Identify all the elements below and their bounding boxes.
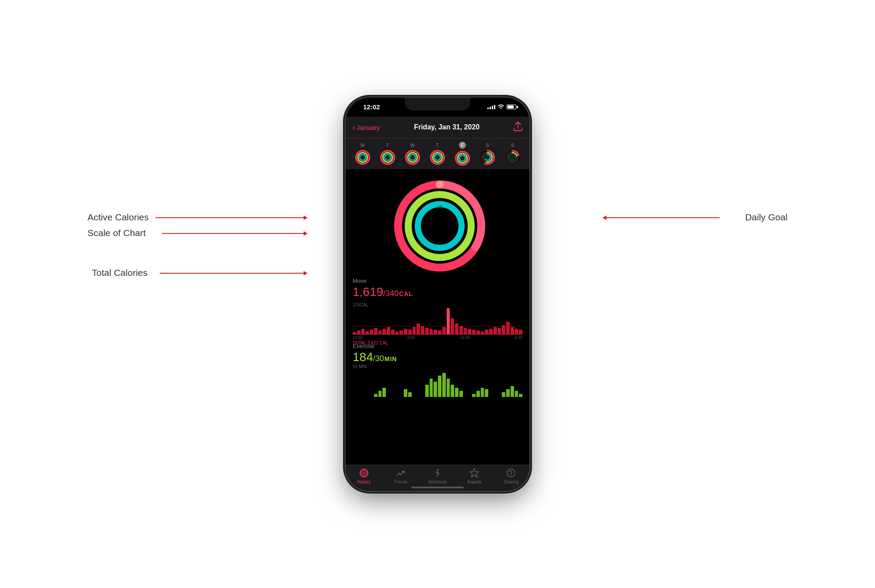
- page-wrapper: Active Calories Scale of Chart Total Cal…: [0, 0, 875, 588]
- share-button[interactable]: [514, 122, 522, 133]
- move-chart-bar: [489, 329, 493, 334]
- move-chart-bar: [506, 322, 510, 334]
- svg-point-55: [363, 472, 365, 474]
- move-chart-bar: [425, 328, 429, 334]
- exercise-unit: MIN: [385, 355, 397, 362]
- tab-workouts[interactable]: Workouts: [424, 468, 451, 484]
- battery-icon: [507, 104, 516, 109]
- move-chart-bar: [434, 330, 437, 334]
- move-chart-bar: [472, 330, 476, 334]
- exercise-chart-bar: [425, 385, 429, 397]
- week-day-ring-fri: [455, 150, 470, 166]
- wifi-icon: [497, 104, 504, 110]
- week-day-fri[interactable]: F: [455, 142, 470, 166]
- exercise-chart-bar: [481, 388, 484, 397]
- move-chart-bar: [438, 331, 441, 334]
- move-chart-bar: [455, 324, 458, 334]
- chart-time-1: 12:00: [353, 335, 363, 340]
- move-chart-bar: [408, 330, 412, 334]
- exercise-goal: 30: [375, 354, 384, 363]
- exercise-chart-bar: [438, 376, 441, 397]
- week-day-sun[interactable]: S: [504, 143, 520, 165]
- svg-point-56: [438, 469, 439, 470]
- signal-bar-1: [487, 108, 489, 109]
- svg-point-52: [436, 181, 444, 188]
- tab-history[interactable]: History: [351, 468, 377, 484]
- big-ring: → → ↑: [392, 178, 483, 270]
- move-chart-bar: [481, 331, 484, 334]
- move-chart-bar: [421, 326, 424, 334]
- week-day-ring-sun: [504, 150, 520, 165]
- svg-marker-57: [470, 469, 479, 477]
- week-day-label-fri: F: [459, 142, 466, 149]
- move-chart-bar: [430, 329, 433, 334]
- exercise-chart-bar: [378, 391, 382, 397]
- tab-sharing[interactable]: Sharing: [498, 468, 524, 484]
- week-day-label-sun: S: [511, 143, 514, 148]
- move-active-calories: 1,619: [353, 285, 383, 299]
- tab-workouts-label: Workouts: [428, 480, 447, 484]
- exercise-chart-bar: [382, 388, 386, 397]
- move-chart-bars: [353, 308, 522, 334]
- exercise-chart-bar: [455, 388, 458, 397]
- week-day-label-mon: M: [360, 143, 364, 148]
- annotation-daily-goal: Daily Goal: [745, 212, 788, 223]
- exercise-chart-bar: [511, 386, 514, 397]
- move-chart-bar: [502, 325, 505, 334]
- move-chart-bar: [511, 327, 514, 334]
- tab-history-label: History: [357, 480, 371, 484]
- week-day-sat[interactable]: S: [480, 143, 495, 165]
- tab-trends[interactable]: Trends: [388, 468, 414, 484]
- nav-back-button[interactable]: ‹ January: [353, 123, 380, 132]
- move-chart-bar: [365, 331, 369, 334]
- exercise-chart-bar: [485, 389, 488, 397]
- trends-icon: [396, 468, 406, 478]
- phone-frame: 12:02: [346, 97, 529, 491]
- move-chart-bar: [476, 331, 480, 334]
- nav-back-label[interactable]: January: [357, 124, 380, 131]
- exercise-chart-bar: [404, 389, 407, 397]
- week-day-ring-thu: [430, 150, 445, 165]
- move-chart-bar: [451, 318, 454, 334]
- signal-bar-4: [494, 105, 495, 109]
- svg-point-5: [360, 154, 366, 160]
- week-day-wed[interactable]: W: [405, 143, 420, 165]
- signal-bar-2: [490, 107, 491, 109]
- move-value: 1,619/340CAL: [353, 285, 522, 299]
- week-day-ring-mon: [355, 150, 371, 165]
- annotation-line-active-calories: [155, 217, 304, 218]
- week-day-tue[interactable]: T: [380, 143, 396, 165]
- move-chart-bar: [485, 330, 488, 334]
- move-chart-bar: [459, 326, 463, 334]
- svg-point-29: [459, 155, 466, 161]
- history-icon: [359, 468, 369, 478]
- exercise-chart-bar: [459, 391, 463, 397]
- move-chart: 170CAL 12:00 6:00 12:00 6:00 TOTAL 3,622…: [346, 301, 529, 340]
- week-day-mon[interactable]: M: [355, 143, 371, 165]
- move-chart-bar: [396, 331, 399, 334]
- workouts-icon: [432, 468, 443, 478]
- exercise-active-minutes: 184: [353, 350, 373, 364]
- exercise-chart-bar: [430, 379, 433, 397]
- week-day-label-wed: W: [410, 143, 415, 148]
- move-section: Move 1,619/340CAL: [346, 274, 529, 301]
- big-ring-container: → → ↑: [346, 169, 529, 274]
- move-unit: CAL: [399, 290, 413, 297]
- exercise-chart-bar: [502, 392, 505, 397]
- sharing-icon: [506, 468, 516, 478]
- exercise-value: 184/30MIN: [353, 350, 522, 364]
- nav-title: Friday, Jan 31, 2020: [414, 123, 480, 131]
- exercise-chart-bar: [519, 394, 522, 397]
- signal-bars-icon: [487, 105, 495, 109]
- week-day-thu[interactable]: T: [430, 143, 445, 165]
- main-content: → → ↑ Move 1,619/340CAL: [346, 169, 529, 465]
- status-icons: [487, 104, 521, 110]
- chart-scale-label: 170CAL: [353, 303, 522, 307]
- tab-awards[interactable]: Awards: [461, 468, 487, 484]
- chevron-left-icon: ‹: [353, 123, 355, 132]
- move-chart-bar: [378, 331, 382, 334]
- chart-time-2: 6:00: [407, 335, 415, 340]
- move-chart-bar: [361, 329, 365, 334]
- exercise-chart-bar: [374, 394, 378, 397]
- move-chart-bar: [391, 330, 395, 334]
